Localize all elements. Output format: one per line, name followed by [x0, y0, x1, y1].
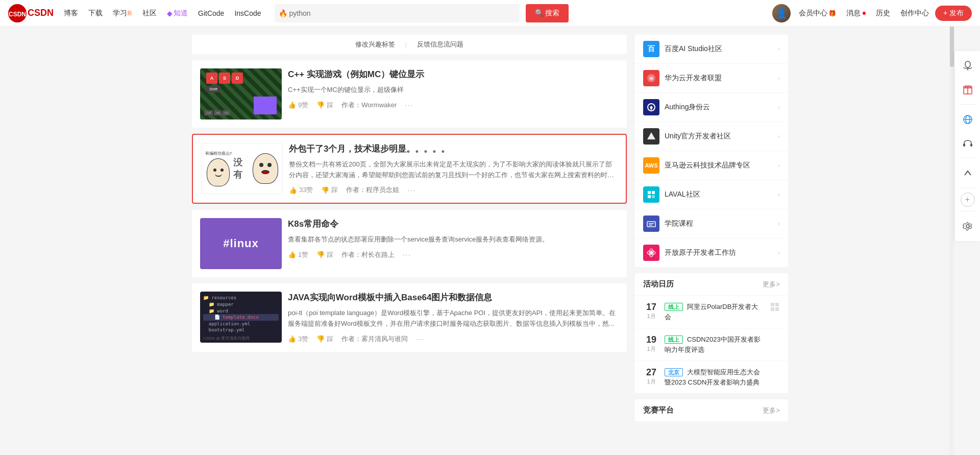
- float-sep-1: [960, 104, 975, 105]
- svg-rect-19: [775, 307, 779, 311]
- search-input[interactable]: [289, 9, 516, 17]
- search-button[interactable]: 🔍 搜索: [526, 4, 569, 22]
- more-btn-2[interactable]: ···: [407, 186, 416, 194]
- article-thumb-4: 📁 resources 📁 mapper 📁 word 📄 template.d…: [200, 292, 282, 343]
- face-circle-1: [207, 158, 230, 186]
- nav-blog[interactable]: 博客: [59, 0, 83, 27]
- sidebar: 百 百度AI Studio社区 › 华 华为云开发者联盟 › Authing身份…: [635, 35, 788, 428]
- dislike-icon-1: 👎: [316, 101, 325, 109]
- nav-gitcode[interactable]: GitCode: [193, 0, 229, 27]
- sidebar-item-openatom[interactable]: 开放原子开发者工作坊 ›: [635, 238, 788, 267]
- activity-grid-icon-1[interactable]: [770, 302, 780, 314]
- scrollbar[interactable]: [949, 0, 954, 436]
- amazon-logo: AWS: [643, 157, 659, 174]
- contest-title: 竞赛平台: [643, 405, 674, 415]
- activity-day-1: 17: [643, 302, 659, 313]
- more-btn-1[interactable]: ···: [405, 101, 413, 109]
- small-key-3: Fn: [223, 110, 230, 115]
- contest-more-link[interactable]: 更多>: [763, 406, 780, 415]
- article-card-4[interactable]: 📁 resources 📁 mapper 📁 word 📄 template.d…: [192, 283, 627, 351]
- float-headset-icon[interactable]: [957, 132, 978, 154]
- laval-arrow: ›: [778, 191, 780, 198]
- authing-item-text: Authing身份云: [665, 103, 773, 112]
- sidebar-item-baidu[interactable]: 百 百度AI Studio社区 ›: [635, 35, 788, 64]
- dislike-btn-1[interactable]: 👎 踩: [316, 101, 333, 110]
- svg-rect-28: [963, 143, 965, 147]
- publish-button[interactable]: + 发布: [935, 6, 972, 21]
- sidebar-item-unity[interactable]: Unity官方开发者社区 ›: [635, 122, 788, 151]
- float-globe-icon[interactable]: [957, 109, 978, 130]
- svg-rect-11: [649, 223, 654, 224]
- article-thumb-1: A S D Shift Ctrl Alt Fn: [200, 68, 282, 119]
- activity-more-link[interactable]: 更多>: [763, 280, 780, 289]
- float-plus-icon[interactable]: +: [961, 193, 975, 207]
- code-line-5: application.yml: [203, 321, 279, 327]
- nav-learn-badge: 新: [127, 10, 132, 17]
- openatom-logo: [643, 245, 659, 261]
- create-link[interactable]: 创作中心: [896, 9, 933, 18]
- huawei-item-text: 华为云开发者联盟: [665, 74, 773, 83]
- vip-link[interactable]: 会员中心 🎁: [795, 9, 840, 18]
- article-meta-1: 👍 9赞 👎 踩 作者：Wormwaker ···: [288, 101, 619, 110]
- history-link[interactable]: 历史: [872, 9, 894, 18]
- like-icon-3: 👍: [288, 251, 296, 258]
- code-line-1: 📁 resources: [203, 295, 279, 301]
- authing-logo: [643, 99, 659, 115]
- float-notification-icon[interactable]: [957, 55, 978, 77]
- author-3: 作者：村长在路上: [341, 250, 395, 259]
- article-meta-2: 👍 33赞 👎 踩 作者：程序员念姐 ···: [289, 185, 618, 195]
- key-asd-group: A S D: [206, 73, 243, 84]
- dislike-btn-2[interactable]: 👎 踩: [321, 185, 338, 195]
- msg-link[interactable]: 消息: [842, 9, 870, 18]
- like-icon-1: 👍: [288, 101, 296, 109]
- meme-face-1: 有编程功底么?: [204, 148, 233, 189]
- like-icon-2: 👍: [289, 186, 297, 194]
- svg-rect-9: [652, 195, 655, 198]
- activity-item-2[interactable]: 19 1月 线上 CSDN2023中国开发者影响力年度评选: [635, 328, 788, 361]
- main-nav: 博客 下载 学习新 社区 ◆知道 GitCode InsCode: [59, 0, 266, 27]
- sidebar-item-huawei[interactable]: 华 华为云开发者联盟 ›: [635, 64, 788, 93]
- modify-tags-link[interactable]: 修改兴趣标签: [355, 40, 395, 49]
- dislike-btn-4[interactable]: 👎 踩: [316, 334, 333, 344]
- float-up-icon[interactable]: [957, 162, 978, 184]
- like-btn-4[interactable]: 👍 3赞: [288, 334, 308, 344]
- article-card-3[interactable]: #linux K8s常用命令 查看集群各节点的状态部署应用删除一个service…: [192, 210, 627, 277]
- key-shift: Shift: [206, 86, 220, 92]
- nav-zhidao[interactable]: ◆知道: [162, 0, 193, 27]
- activity-item-3[interactable]: 27 1月 北京 大模型智能应用生态大会暨2023 CSDN开发者影响力盛典: [635, 361, 788, 393]
- like-count-3: 1赞: [298, 250, 308, 259]
- contest-section: 竞赛平台 更多>: [635, 399, 788, 422]
- key-s: S: [219, 73, 230, 84]
- svg-rect-16: [771, 303, 774, 306]
- like-btn-2[interactable]: 👍 33赞: [289, 185, 313, 195]
- sidebar-item-amazon[interactable]: AWS 亚马逊云科技技术品牌专区 ›: [635, 151, 788, 180]
- nav-download[interactable]: 下载: [83, 0, 108, 27]
- baidu-logo: 百: [643, 41, 659, 57]
- community-section: 百 百度AI Studio社区 › 华 华为云开发者联盟 › Authing身份…: [635, 35, 788, 267]
- more-btn-3[interactable]: ···: [403, 251, 411, 258]
- csdn-logo[interactable]: CSDN CSDN: [8, 4, 54, 22]
- dislike-btn-3[interactable]: 👎 踩: [316, 250, 333, 259]
- article-info-4: JAVA实现向Word模板中插入Base64图片和数据信息 poi-tl（poi…: [288, 292, 619, 343]
- face-circle-2: [253, 153, 278, 184]
- sidebar-item-academy[interactable]: 学院课程 ›: [635, 209, 788, 238]
- more-btn-4[interactable]: ···: [416, 335, 425, 343]
- user-avatar[interactable]: 👤: [772, 4, 791, 22]
- float-gift-icon[interactable]: [957, 79, 978, 100]
- sidebar-item-laval[interactable]: LAVAL社区 ›: [635, 180, 788, 209]
- author-1: 作者：Wormwaker: [341, 101, 397, 110]
- nav-inscode[interactable]: InsCode: [229, 0, 266, 27]
- article-card-1[interactable]: A S D Shift Ctrl Alt Fn C++ 实现游戏（例如MC）键位…: [192, 60, 627, 128]
- like-btn-3[interactable]: 👍 1赞: [288, 250, 308, 259]
- like-btn-1[interactable]: 👍 9赞: [288, 101, 308, 110]
- sidebar-item-authing[interactable]: Authing身份云 ›: [635, 93, 788, 122]
- article-card-2[interactable]: 有编程功底么? 没有: [192, 134, 627, 204]
- activity-section: 活动日历 更多> 17 1月 线上 阿里云PolarDB开发者大会: [635, 273, 788, 393]
- float-settings-icon[interactable]: [957, 215, 978, 237]
- key-a: A: [206, 73, 217, 84]
- activity-item-1[interactable]: 17 1月 线上 阿里云PolarDB开发者大会: [635, 296, 788, 328]
- feedback-link[interactable]: 反馈信息流问题: [417, 40, 463, 49]
- nav-learn[interactable]: 学习新: [108, 0, 137, 27]
- article-title-1: C++ 实现游戏（例如MC）键位显示: [288, 68, 619, 81]
- nav-community[interactable]: 社区: [137, 0, 162, 27]
